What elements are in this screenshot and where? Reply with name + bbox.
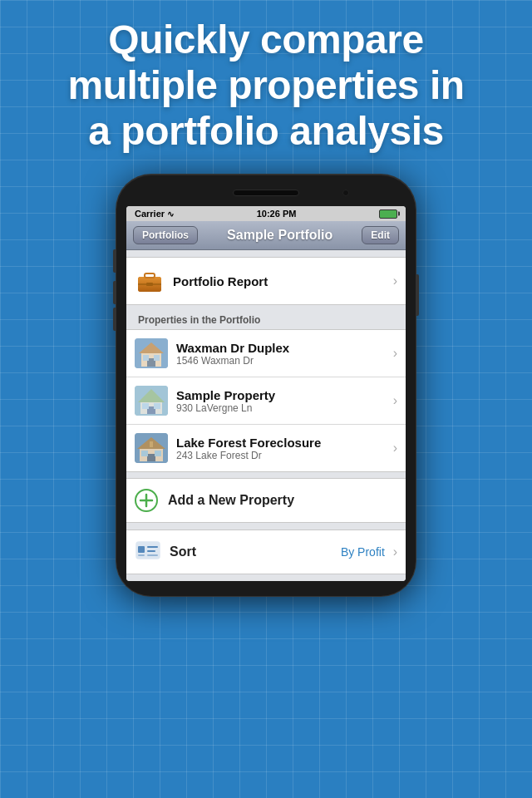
chevron-icon-3: › xyxy=(393,441,397,456)
phone-speaker xyxy=(233,190,299,196)
phone-camera xyxy=(342,190,349,196)
nav-title: Sample Portfolio xyxy=(227,228,332,243)
add-property-row[interactable]: Add a New Property xyxy=(126,478,406,523)
svg-rect-30 xyxy=(147,546,158,548)
plus-svg xyxy=(135,489,158,512)
property-thumbnail-2 xyxy=(135,386,168,416)
phone-device: Carrier ∿ 10:26 PM Portfolios Sample Por… xyxy=(116,175,416,596)
svg-rect-33 xyxy=(147,554,158,556)
battery-icon xyxy=(379,209,397,219)
add-property-label: Add a New Property xyxy=(168,493,294,508)
screen-content: Portfolio Report › Properties in the Por… xyxy=(126,250,406,581)
phone-top xyxy=(126,190,406,201)
property-address-2: 930 LaVergne Ln xyxy=(176,402,388,414)
property-name-1: Waxman Dr Duplex xyxy=(176,341,388,355)
briefcase-icon xyxy=(135,266,165,296)
sort-value-text: By Profit xyxy=(341,545,385,559)
property-row-2[interactable]: Sample Property 930 LaVergne Ln › xyxy=(126,377,406,425)
back-button[interactable]: Portfolios xyxy=(133,226,198,244)
phone-shell: Carrier ∿ 10:26 PM Portfolios Sample Por… xyxy=(116,175,416,596)
portfolio-report-row[interactable]: Portfolio Report › xyxy=(126,257,406,305)
property-name-3: Lake Forest Foreclosure xyxy=(176,436,388,450)
sort-row[interactable]: Sort By Profit › xyxy=(126,530,406,574)
property-text-3: Lake Forest Foreclosure 243 Lake Forest … xyxy=(176,436,388,461)
property-thumbnail-3 xyxy=(135,433,168,463)
property-text-1: Waxman Dr Duplex 1546 Waxman Dr xyxy=(176,341,388,367)
svg-rect-9 xyxy=(143,355,149,361)
property-row-1[interactable]: Waxman Dr Duplex 1546 Waxman Dr › xyxy=(126,329,406,377)
chevron-icon-1: › xyxy=(393,346,397,361)
hero-line2: multiple properties in xyxy=(67,63,464,107)
status-time: 10:26 PM xyxy=(257,209,297,219)
briefcase-svg xyxy=(136,268,163,293)
property-row-3[interactable]: Lake Forest Foreclosure 243 Lake Forest … xyxy=(126,424,406,472)
svg-rect-24 xyxy=(150,441,153,447)
add-plus-icon xyxy=(135,489,158,512)
house-svg-1 xyxy=(135,338,168,368)
portfolio-report-title: Portfolio Report xyxy=(173,274,388,288)
property-address-3: 243 Lake Forest Dr xyxy=(176,450,388,461)
properties-section: Properties in the Portfolio xyxy=(126,311,406,472)
nav-bar: Portfolios Sample Portfolio Edit xyxy=(126,221,406,250)
svg-rect-32 xyxy=(138,554,145,556)
property-text-2: Sample Property 930 LaVergne Ln xyxy=(176,388,388,414)
hero-line1: Quickly compare xyxy=(108,17,423,62)
status-bar: Carrier ∿ 10:26 PM xyxy=(126,206,406,221)
screen: Carrier ∿ 10:26 PM Portfolios Sample Por… xyxy=(126,206,406,581)
house-svg-2 xyxy=(135,386,168,416)
property-thumbnail-1 xyxy=(135,338,168,368)
portfolio-report-text: Portfolio Report xyxy=(173,274,388,288)
sort-label: Sort xyxy=(170,544,341,559)
sort-icon xyxy=(135,539,161,565)
svg-rect-17 xyxy=(135,386,168,416)
svg-rect-21 xyxy=(147,454,155,461)
svg-rect-2 xyxy=(145,273,155,278)
sort-chevron: › xyxy=(393,544,397,559)
section-header: Properties in the Portfolio xyxy=(126,311,406,329)
svg-rect-22 xyxy=(141,451,148,456)
sort-value: By Profit › xyxy=(341,544,397,559)
edit-button[interactable]: Edit xyxy=(362,226,399,244)
svg-rect-10 xyxy=(154,355,160,361)
chevron-icon: › xyxy=(393,273,397,288)
property-address-1: 1546 Waxman Dr xyxy=(176,355,388,367)
hero-section: Quickly compare multiple properties in a… xyxy=(0,17,532,155)
svg-rect-23 xyxy=(155,451,161,456)
property-name-2: Sample Property xyxy=(176,388,388,402)
portfolio-report-section: Portfolio Report › xyxy=(126,257,406,305)
chevron-icon-2: › xyxy=(393,393,397,408)
sort-svg xyxy=(135,540,160,564)
svg-rect-31 xyxy=(147,550,155,552)
svg-rect-29 xyxy=(138,546,145,553)
wifi-icon: ∿ xyxy=(167,209,174,219)
carrier-text: Carrier ∿ xyxy=(135,209,174,219)
carrier-label: Carrier xyxy=(135,209,165,219)
house-svg-3 xyxy=(135,433,168,463)
hero-title: Quickly compare multiple properties in a… xyxy=(25,17,507,155)
hero-line3: a portfolio analysis xyxy=(88,109,443,153)
